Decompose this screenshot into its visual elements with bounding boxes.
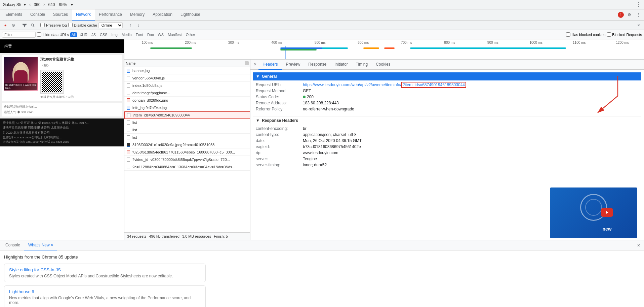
list-scroll[interactable]: banner.jpg vendor.56b40040.js index.1d50… — [124, 67, 250, 232]
has-blocked-label[interactable]: Has blocked cookies — [566, 32, 605, 37]
filter-type-xhr[interactable]: XHR — [78, 32, 89, 37]
tab-sources[interactable]: Sources — [49, 9, 72, 21]
filter-icon[interactable] — [21, 22, 28, 29]
tab-application[interactable]: Application — [149, 9, 176, 21]
tab-console[interactable]: Console — [26, 9, 49, 21]
timeline: 100 ms 200 ms 300 ms 400 ms 500 ms 600 m… — [124, 39, 644, 60]
tab-elements[interactable]: Elements — [1, 9, 26, 21]
status-code-key: Status Code: — [256, 95, 303, 99]
general-section-header[interactable]: ▼ General — [253, 72, 641, 80]
list-item[interactable]: info_bg.9c7bf04e.jpg — [124, 104, 250, 111]
list-item[interactable]: list — [124, 134, 250, 141]
device-zoom-dropdown[interactable]: ▾ — [71, 2, 73, 7]
eagleid-val: b73cd01816036869754561402e — [303, 144, 361, 149]
tl-1000ms: 1000 ms — [515, 41, 558, 44]
blocked-requests-label[interactable]: Blocked Requests — [607, 32, 642, 37]
list-item[interactable]: index.1d50cb5a.js — [124, 82, 250, 89]
list-item[interactable]: data:image/png;base... — [124, 89, 250, 97]
close-toolbar-icon[interactable]: × — [635, 22, 642, 29]
preserve-log-checkbox[interactable] — [40, 23, 45, 27]
file-icon-list3 — [126, 135, 131, 140]
finish: Finish: 5 — [214, 234, 228, 238]
server-timing-key: server-timing: — [256, 163, 303, 167]
list-item[interactable]: list — [124, 126, 250, 134]
filter-input[interactable] — [2, 32, 36, 38]
bottom-tab-whats-new[interactable]: What's New × — [24, 240, 57, 250]
filter-type-css[interactable]: CSS — [98, 32, 109, 37]
tab-network[interactable]: Network — [72, 9, 95, 21]
disable-cache-label[interactable]: Disable cache — [68, 23, 97, 27]
device-name[interactable]: Galaxy S5 — [3, 2, 21, 7]
card-title-css-in-js[interactable]: Style editing for CSS-in-JS — [9, 267, 201, 272]
record-button[interactable]: ● — [2, 22, 9, 29]
stop-button[interactable]: ⊘ — [10, 22, 17, 29]
filter-type-js[interactable]: JS — [90, 32, 97, 37]
file-icon-data — [126, 90, 131, 96]
hide-data-urls-label[interactable]: Hide data URLs — [37, 32, 69, 37]
filter-type-manifest[interactable]: Manifest — [166, 32, 183, 37]
download-icon[interactable]: ↓ — [135, 22, 142, 29]
has-blocked-checkbox[interactable] — [566, 32, 570, 37]
filter-type-media[interactable]: Media — [120, 32, 133, 37]
file-icon-api — [126, 112, 131, 118]
status-code-val: 200 — [303, 95, 314, 99]
filter-type-ws[interactable]: WS — [156, 32, 165, 37]
card-title-lighthouse[interactable]: Lighthouse 6 — [9, 289, 201, 294]
detail-tab-timing[interactable]: Timing — [352, 60, 372, 70]
filter-type-other[interactable]: Other — [185, 32, 197, 37]
detail-tab-headers[interactable]: Headers — [258, 60, 282, 70]
hide-data-urls-checkbox[interactable] — [37, 32, 41, 37]
detail-tab-cookies[interactable]: Cookies — [372, 60, 394, 70]
throttle-select[interactable]: Online Fast 3G Slow 3G Offline — [98, 22, 123, 28]
close-bottom-icon[interactable]: × — [635, 241, 643, 249]
list-item[interactable]: gongan_d0289dc.png — [124, 97, 250, 104]
list-item[interactable]: ?video_id=v0300ff80000btk8t5fbqak7ppvvn7… — [124, 156, 250, 163]
timeline-bars[interactable] — [124, 46, 644, 59]
upload-icon[interactable]: ↑ — [127, 22, 134, 29]
network-list: Name banner.jpg — [124, 60, 250, 240]
filter-bar: Hide data URLs All XHR JS CSS Img Media … — [0, 30, 644, 39]
content-type-val: application/json; charset=utf-8 — [303, 132, 357, 137]
detail-tab-response[interactable]: Response — [304, 60, 330, 70]
rip-row: rip: www.iesdouyin.com — [253, 150, 641, 156]
disable-cache-checkbox[interactable] — [68, 23, 73, 27]
bottom-tab-console[interactable]: Console — [1, 240, 24, 250]
rip-val: www.iesdouyin.com — [303, 150, 338, 155]
filter-type-img[interactable]: Img — [110, 32, 119, 37]
tl-600ms: 600 ms — [342, 41, 385, 44]
settings-icon[interactable]: ⚙ — [625, 11, 633, 19]
list-item[interactable]: banner.jpg — [124, 67, 250, 74]
list-item[interactable]: ?a=11288&br=34088&bt=11368&cr=0&cs=0&cv=… — [124, 163, 250, 171]
blocked-requests-checkbox[interactable] — [607, 32, 611, 37]
device-zoom[interactable]: 95% — [57, 2, 68, 7]
detail-tab-close-btn[interactable]: × — [252, 60, 258, 70]
tab-performance[interactable]: Performance — [95, 9, 126, 21]
response-headers-toggle-icon: ▼ — [256, 118, 260, 123]
more-icon[interactable]: ⋮ — [635, 11, 643, 19]
list-item[interactable]: list — [124, 119, 250, 126]
list-item[interactable]: vendor.56b40040.js — [124, 74, 250, 82]
list-item[interactable]: 3193f0002d1c1a4020e9a.jpeg?from=40105310… — [124, 141, 250, 148]
tab-memory[interactable]: Memory — [126, 9, 149, 21]
filter-type-all[interactable]: All — [70, 32, 77, 37]
app-preview: 抖音 — [0, 39, 124, 240]
device-sep2: × — [43, 2, 45, 7]
filter-type-doc[interactable]: Doc — [146, 32, 155, 37]
tab-lighthouse[interactable]: Lighthouse — [176, 9, 204, 21]
response-headers-section-header[interactable]: ▼ Response Headers — [253, 116, 641, 124]
filter-type-font[interactable]: Font — [134, 32, 145, 37]
tl-500ms: 500 ms — [298, 41, 342, 44]
app-logo: 抖音 — [4, 43, 12, 49]
tl-900ms: 900 ms — [471, 41, 515, 44]
tl-1200ms: 1200 ms — [601, 41, 644, 44]
remote-address-val: 183.60.208.228:443 — [303, 101, 339, 105]
detail-tab-preview[interactable]: Preview — [282, 60, 305, 70]
list-item[interactable]: f0258f61d8e54ecfb61770115604ebe5_1600687… — [124, 148, 250, 156]
preserve-log-label[interactable]: Preserve log — [40, 23, 67, 27]
search-icon[interactable] — [29, 22, 36, 29]
general-title: General — [262, 74, 277, 79]
list-item-selected[interactable]: ?item_ids=6874901946189303044 — [124, 111, 250, 119]
detail-tab-initiator[interactable]: Initiator — [330, 60, 352, 70]
device-dropdown-icon[interactable]: ▾ — [24, 2, 26, 7]
more-options-icon[interactable]: ⋮ — [636, 1, 641, 8]
